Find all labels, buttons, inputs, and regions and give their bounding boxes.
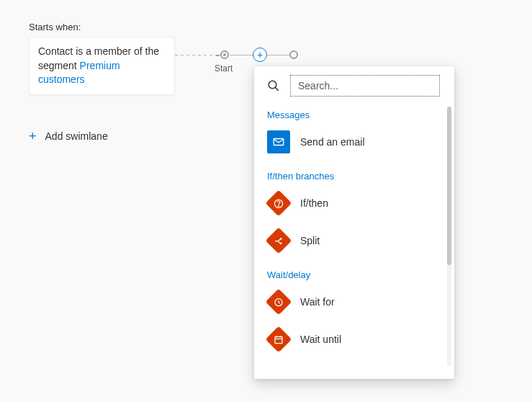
add-swimlane-button[interactable]: + Add swimlane	[29, 130, 108, 143]
action-wait-until[interactable]: Wait until	[264, 323, 440, 355]
svg-point-7	[279, 205, 279, 206]
flow-connector	[175, 55, 297, 56]
section-header-wait: Wait/delay	[267, 269, 440, 280]
starts-when-label: Starts when:	[29, 22, 503, 32]
action-if-then[interactable]: If/then	[264, 187, 440, 219]
end-node[interactable]	[289, 50, 298, 59]
plus-icon: +	[29, 130, 37, 143]
split-icon	[266, 228, 292, 254]
search-input[interactable]	[290, 75, 440, 97]
scrollbar[interactable]	[447, 107, 451, 366]
mail-icon	[267, 130, 290, 153]
action-label: Wait for	[300, 296, 335, 308]
start-node[interactable]	[220, 50, 229, 59]
action-label: Wait until	[300, 334, 341, 345]
clock-icon	[266, 289, 292, 316]
section-header-branches: If/then branches	[267, 171, 440, 182]
action-label: If/then	[300, 197, 328, 209]
calendar-icon	[266, 326, 292, 353]
svg-point-3	[269, 81, 276, 89]
plus-icon: +	[257, 50, 263, 60]
action-picker-popup: Messages Send an email If/then branches	[254, 66, 454, 379]
action-label: Split	[300, 235, 320, 246]
action-send-email[interactable]: Send an email	[264, 126, 440, 158]
search-icon	[264, 79, 283, 92]
start-node-label: Start	[215, 63, 233, 73]
section-header-messages: Messages	[267, 110, 440, 120]
svg-line-4	[275, 87, 279, 91]
action-wait-for[interactable]: Wait for	[264, 286, 440, 318]
start-trigger-card[interactable]: Contact is a member of the segment Premi…	[29, 37, 175, 95]
add-step-node[interactable]: +	[253, 48, 267, 62]
question-icon	[266, 190, 292, 217]
action-split[interactable]: Split	[264, 225, 440, 256]
scrollbar-thumb[interactable]	[447, 107, 451, 265]
action-label: Send an email	[300, 136, 365, 148]
add-swimlane-label: Add swimlane	[45, 130, 108, 142]
svg-rect-9	[275, 336, 282, 343]
